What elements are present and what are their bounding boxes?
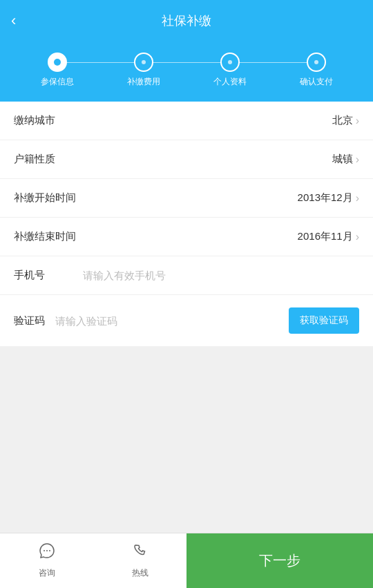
step-3: 个人资料 — [186, 53, 273, 88]
end-time-label: 补缴结束时间 — [14, 230, 83, 243]
huji-value: 城镇 — [332, 153, 353, 166]
steps-bar: 参保信息 补缴费用 个人资料 确认支付 — [0, 41, 373, 102]
phone-row: 手机号 — [0, 256, 373, 295]
verify-label: 验证码 — [14, 314, 55, 328]
next-button[interactable]: 下一步 — [186, 533, 373, 588]
huji-row[interactable]: 户籍性质 城镇 › — [0, 140, 373, 179]
step-3-circle — [220, 53, 240, 72]
step-2: 补缴费用 — [100, 53, 186, 88]
step-3-label: 个人资料 — [213, 76, 247, 88]
step-1-dot — [54, 59, 61, 66]
huji-label: 户籍性质 — [14, 153, 83, 166]
city-chevron-icon: › — [356, 115, 359, 127]
hotline-label: 热线 — [132, 567, 149, 579]
step-4-circle — [307, 53, 326, 72]
start-time-value-wrapper: 2013年12月 › — [83, 191, 359, 205]
step-2-circle — [134, 53, 153, 72]
end-time-row[interactable]: 补缴结束时间 2016年11月 › — [0, 218, 373, 256]
step-1-label: 参保信息 — [41, 76, 74, 88]
city-row[interactable]: 缴纳城市 北京 › — [0, 102, 373, 140]
consult-button[interactable]: 咨询 — [0, 533, 93, 588]
step-1-circle — [48, 53, 67, 72]
consult-icon — [38, 542, 56, 565]
verify-input[interactable] — [55, 315, 289, 327]
step-4-dot — [314, 60, 318, 64]
step-2-label: 补缴费用 — [127, 76, 160, 88]
start-time-row[interactable]: 补缴开始时间 2013年12月 › — [0, 179, 373, 218]
verify-row: 验证码 获取验证码 — [0, 295, 373, 347]
end-time-value: 2016年11月 — [298, 230, 353, 243]
end-time-value-wrapper: 2016年11月 › — [83, 230, 359, 243]
phone-label: 手机号 — [14, 269, 83, 282]
city-value: 北京 — [332, 114, 353, 127]
hotline-button[interactable]: 热线 — [93, 533, 186, 588]
start-time-label: 补缴开始时间 — [14, 191, 83, 205]
svg-point-0 — [44, 550, 45, 551]
city-label: 缴纳城市 — [14, 114, 83, 127]
start-time-value: 2013年12月 — [298, 191, 353, 205]
phone-input[interactable] — [83, 269, 359, 281]
get-verify-code-button[interactable]: 获取验证码 — [289, 307, 359, 334]
bottom-bar: 咨询 热线 下一步 — [0, 533, 373, 588]
hotline-icon — [131, 542, 149, 565]
city-value-wrapper: 北京 › — [83, 114, 359, 127]
step-4: 确认支付 — [273, 53, 359, 88]
svg-point-2 — [49, 550, 50, 551]
back-button[interactable]: ‹ — [11, 12, 16, 30]
svg-point-1 — [46, 550, 48, 551]
end-time-chevron-icon: › — [356, 231, 359, 243]
page-title: 社保补缴 — [162, 12, 211, 29]
consult-label: 咨询 — [39, 567, 55, 579]
step-1: 参保信息 — [14, 53, 100, 88]
huji-chevron-icon: › — [356, 153, 359, 166]
start-time-chevron-icon: › — [356, 192, 359, 205]
step-4-label: 确认支付 — [300, 76, 333, 88]
header: ‹ 社保补缴 — [0, 0, 373, 41]
form-content: 缴纳城市 北京 › 户籍性质 城镇 › 补缴开始时间 2013年12月 › 补缴… — [0, 102, 373, 347]
huji-value-wrapper: 城镇 › — [83, 153, 359, 166]
step-3-dot — [228, 60, 232, 64]
step-2-dot — [142, 60, 146, 64]
